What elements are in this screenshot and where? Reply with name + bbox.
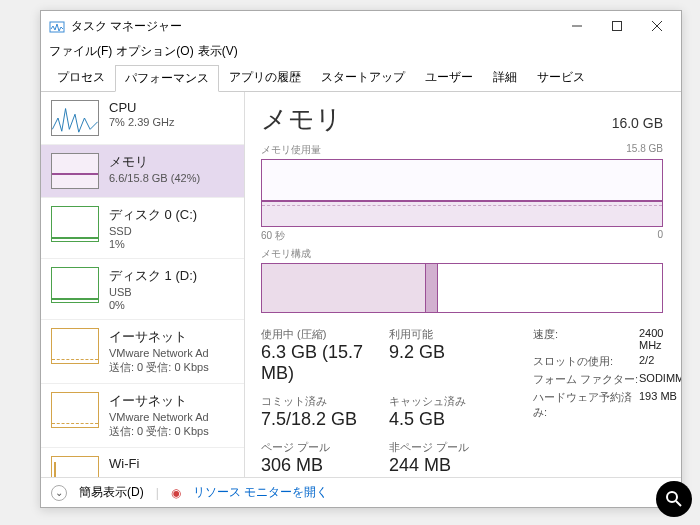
cached-label: キャッシュ済み bbox=[389, 394, 517, 409]
sidebar-item-sub: USB bbox=[109, 286, 197, 298]
composition-free bbox=[438, 264, 662, 312]
memory-composition-chart bbox=[261, 263, 663, 313]
committed-value: 7.5/18.2 GB bbox=[261, 409, 389, 430]
sidebar-item-wifi[interactable]: Wi-Fi bbox=[41, 448, 244, 477]
sidebar-item-cpu[interactable]: CPU 7% 2.39 GHz bbox=[41, 92, 244, 145]
chevron-down-icon[interactable]: ⌄ bbox=[51, 485, 67, 501]
stats-secondary: 速度:2400 MHz スロットの使用:2/2 フォーム ファクター:SODIM… bbox=[533, 327, 681, 477]
sidebar-item-sub: 7% 2.39 GHz bbox=[109, 116, 174, 128]
hwreserved-key: ハードウェア予約済み: bbox=[533, 390, 639, 420]
speed-key: 速度: bbox=[533, 327, 639, 351]
minimize-button[interactable] bbox=[557, 12, 597, 40]
usage-chart-max: 15.8 GB bbox=[626, 143, 663, 157]
composition-modified bbox=[426, 264, 438, 312]
sidebar-item-sub: VMware Network Ad bbox=[109, 411, 209, 423]
svg-point-5 bbox=[667, 492, 677, 502]
svg-rect-2 bbox=[613, 22, 622, 31]
usage-chart-label: メモリ使用量 bbox=[261, 143, 321, 157]
inuse-value: 6.3 GB (15.7 MB) bbox=[261, 342, 389, 384]
committed-label: コミット済み bbox=[261, 394, 389, 409]
menubar: ファイル(F) オプション(O) 表示(V) bbox=[41, 41, 681, 64]
tabs: プロセス パフォーマンス アプリの履歴 スタートアップ ユーザー 詳細 サービス bbox=[41, 64, 681, 92]
close-button[interactable] bbox=[637, 12, 677, 40]
paged-label: ページ プール bbox=[261, 440, 389, 455]
sidebar-item-sub: SSD bbox=[109, 225, 197, 237]
sidebar: CPU 7% 2.39 GHz メモリ 6.6/15.8 GB (42%) ディ… bbox=[41, 92, 245, 477]
menu-options[interactable]: オプション(O) bbox=[116, 43, 193, 60]
magnify-icon[interactable] bbox=[656, 481, 692, 517]
ethernet-thumb-icon bbox=[51, 392, 99, 428]
stats-primary: 使用中 (圧縮) 利用可能 6.3 GB (15.7 MB) 9.2 GB コミ… bbox=[261, 327, 517, 477]
sidebar-item-label: イーサネット bbox=[109, 328, 209, 346]
tab-processes[interactable]: プロセス bbox=[47, 64, 115, 91]
sidebar-item-sub: 6.6/15.8 GB (42%) bbox=[109, 172, 200, 184]
app-icon bbox=[49, 18, 65, 34]
sidebar-item-disk1[interactable]: ディスク 1 (D:) USB 0% bbox=[41, 259, 244, 320]
sidebar-item-label: Wi-Fi bbox=[109, 456, 139, 471]
ethernet-thumb-icon bbox=[51, 328, 99, 364]
footer: ⌄ 簡易表示(D) | ◉ リソース モニターを開く bbox=[41, 477, 681, 507]
slots-key: スロットの使用: bbox=[533, 354, 639, 369]
sidebar-item-sub2: 0% bbox=[109, 299, 197, 311]
main-panel: メモリ 16.0 GB メモリ使用量 15.8 GB 60 秒 0 メモリ構成 bbox=[245, 92, 681, 477]
fewer-details-link[interactable]: 簡易表示(D) bbox=[79, 484, 144, 501]
cpu-thumb-icon bbox=[51, 100, 99, 136]
sidebar-item-sub2: 送信: 0 受信: 0 Kbps bbox=[109, 360, 209, 375]
paged-value: 306 MB bbox=[261, 455, 389, 476]
hwreserved-value: 193 MB bbox=[639, 390, 677, 420]
maximize-button[interactable] bbox=[597, 12, 637, 40]
disk-thumb-icon bbox=[51, 267, 99, 303]
composition-inuse bbox=[262, 264, 426, 312]
sidebar-item-ethernet-2[interactable]: イーサネット VMware Network Ad 送信: 0 受信: 0 Kbp… bbox=[41, 384, 244, 448]
tab-app-history[interactable]: アプリの履歴 bbox=[219, 64, 311, 91]
speed-value: 2400 MHz bbox=[639, 327, 681, 351]
formfactor-value: SODIMM bbox=[639, 372, 681, 387]
titlebar: タスク マネージャー bbox=[41, 11, 681, 41]
inuse-label: 使用中 (圧縮) bbox=[261, 327, 389, 342]
sidebar-item-label: メモリ bbox=[109, 153, 200, 171]
memory-usage-chart bbox=[261, 159, 663, 227]
menu-view[interactable]: 表示(V) bbox=[198, 43, 238, 60]
chart-axis-left: 60 秒 bbox=[261, 229, 285, 243]
separator: | bbox=[156, 486, 159, 500]
tab-startup[interactable]: スタートアップ bbox=[311, 64, 415, 91]
page-title: メモリ bbox=[261, 102, 342, 137]
disk-thumb-icon bbox=[51, 206, 99, 242]
tab-performance[interactable]: パフォーマンス bbox=[115, 65, 219, 92]
sidebar-item-sub2: 1% bbox=[109, 238, 197, 250]
sidebar-item-label: ディスク 0 (C:) bbox=[109, 206, 197, 224]
tab-services[interactable]: サービス bbox=[527, 64, 595, 91]
composition-chart-label: メモリ構成 bbox=[261, 247, 311, 261]
cached-value: 4.5 GB bbox=[389, 409, 517, 430]
svg-line-6 bbox=[676, 501, 681, 506]
sidebar-item-sub: VMware Network Ad bbox=[109, 347, 209, 359]
open-resource-monitor-link[interactable]: リソース モニターを開く bbox=[193, 484, 328, 501]
wifi-thumb-icon bbox=[51, 456, 99, 477]
resmon-icon: ◉ bbox=[171, 486, 181, 500]
tab-users[interactable]: ユーザー bbox=[415, 64, 483, 91]
sidebar-item-ethernet-1[interactable]: イーサネット VMware Network Ad 送信: 0 受信: 0 Kbp… bbox=[41, 320, 244, 384]
window-title: タスク マネージャー bbox=[71, 18, 557, 35]
nonpaged-value: 244 MB bbox=[389, 455, 517, 476]
menu-file[interactable]: ファイル(F) bbox=[49, 43, 112, 60]
available-value: 9.2 GB bbox=[389, 342, 517, 384]
sidebar-item-memory[interactable]: メモリ 6.6/15.8 GB (42%) bbox=[41, 145, 244, 198]
nonpaged-label: 非ページ プール bbox=[389, 440, 517, 455]
content: CPU 7% 2.39 GHz メモリ 6.6/15.8 GB (42%) ディ… bbox=[41, 92, 681, 477]
sidebar-item-label: イーサネット bbox=[109, 392, 209, 410]
task-manager-window: タスク マネージャー ファイル(F) オプション(O) 表示(V) プロセス パ… bbox=[40, 10, 682, 508]
chart-axis-right: 0 bbox=[657, 229, 663, 243]
tab-details[interactable]: 詳細 bbox=[483, 64, 527, 91]
memory-thumb-icon bbox=[51, 153, 99, 189]
memory-total: 16.0 GB bbox=[612, 115, 663, 131]
sidebar-item-label: CPU bbox=[109, 100, 174, 115]
sidebar-item-sub2: 送信: 0 受信: 0 Kbps bbox=[109, 424, 209, 439]
formfactor-key: フォーム ファクター: bbox=[533, 372, 639, 387]
available-label: 利用可能 bbox=[389, 327, 517, 342]
slots-value: 2/2 bbox=[639, 354, 654, 369]
sidebar-item-label: ディスク 1 (D:) bbox=[109, 267, 197, 285]
sidebar-item-disk0[interactable]: ディスク 0 (C:) SSD 1% bbox=[41, 198, 244, 259]
